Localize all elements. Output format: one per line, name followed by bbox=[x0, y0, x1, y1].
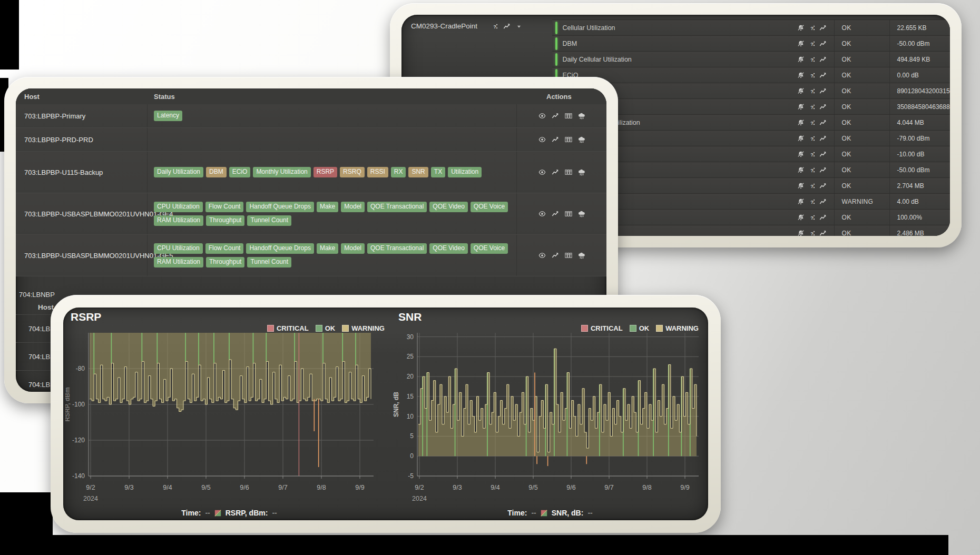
trend-icon[interactable] bbox=[819, 72, 827, 79]
cloud-icon[interactable] bbox=[578, 112, 585, 120]
trend-icon[interactable] bbox=[819, 166, 827, 174]
problem-tag[interactable]: RAM Utilization bbox=[154, 215, 203, 226]
trend-icon[interactable] bbox=[503, 23, 511, 30]
trend-icon[interactable] bbox=[819, 198, 827, 205]
unknown-icon[interactable]: ? bbox=[808, 56, 816, 63]
problem-tag[interactable]: QOE Video bbox=[429, 202, 467, 212]
problem-tag[interactable]: RAM Utilization bbox=[154, 257, 203, 267]
trend-icon[interactable] bbox=[819, 214, 827, 221]
unknown-icon[interactable]: ? bbox=[808, 135, 816, 142]
muted-bell-icon[interactable] bbox=[797, 56, 805, 63]
muted-bell-icon[interactable] bbox=[797, 166, 805, 174]
trend-icon[interactable] bbox=[819, 103, 827, 111]
trend-icon[interactable] bbox=[552, 210, 559, 217]
trend-icon[interactable] bbox=[552, 112, 559, 120]
trend-icon[interactable] bbox=[819, 87, 827, 95]
unknown-icon[interactable]: ? bbox=[808, 87, 816, 95]
eye-icon[interactable] bbox=[538, 210, 546, 217]
problem-tag[interactable]: ECiO bbox=[229, 167, 251, 177]
problem-tag[interactable]: QOE Transactional bbox=[367, 243, 427, 254]
trend-icon[interactable] bbox=[552, 136, 559, 143]
unknown-icon[interactable]: ? bbox=[808, 198, 816, 205]
problem-tag[interactable]: Model bbox=[341, 243, 365, 254]
problem-tag[interactable]: Flow Count bbox=[205, 243, 244, 254]
problem-tag[interactable]: Monthly Utilization bbox=[253, 167, 310, 177]
cloud-icon[interactable] bbox=[578, 210, 585, 217]
unknown-icon[interactable]: ? bbox=[808, 24, 816, 32]
muted-bell-icon[interactable] bbox=[797, 198, 805, 205]
problem-tag[interactable]: RSRP bbox=[313, 167, 337, 177]
rack-icon[interactable] bbox=[565, 210, 572, 217]
problem-tag[interactable]: Make bbox=[317, 202, 338, 212]
host-link[interactable]: 703:LBPBP-PRD-PRD bbox=[16, 128, 148, 151]
host-link[interactable]: 703:LBPBP-USBASPLBMMO0201UVHN01-GE4 bbox=[16, 193, 148, 234]
trend-icon[interactable] bbox=[819, 230, 827, 236]
trend-icon[interactable] bbox=[819, 24, 827, 32]
problem-tag[interactable]: Latency bbox=[154, 111, 182, 121]
item-name[interactable]: DBM bbox=[563, 40, 781, 47]
muted-bell-icon[interactable] bbox=[797, 87, 805, 95]
eye-icon[interactable] bbox=[538, 252, 546, 259]
problem-tag[interactable]: TX bbox=[431, 167, 445, 177]
host-link[interactable]: 703:LBPBP-USBASPLBMMO0201UVHN01-GE5 bbox=[16, 235, 148, 276]
problem-tag[interactable]: Tunnel Count bbox=[247, 215, 291, 226]
muted-bell-icon[interactable] bbox=[797, 72, 805, 79]
unknown-icon[interactable]: ? bbox=[808, 103, 816, 111]
unknown-icon[interactable]: ? bbox=[808, 182, 816, 190]
muted-bell-icon[interactable] bbox=[797, 182, 805, 190]
muted-bell-icon[interactable] bbox=[797, 214, 805, 221]
problem-tag[interactable]: Flow Count bbox=[205, 202, 244, 212]
muted-bell-icon[interactable] bbox=[797, 40, 805, 47]
problem-tag[interactable]: CPU Utilization bbox=[154, 202, 203, 212]
eye-icon[interactable] bbox=[538, 136, 546, 143]
trend-icon[interactable] bbox=[819, 119, 827, 126]
rack-icon[interactable] bbox=[565, 112, 572, 120]
unknown-icon[interactable]: ? bbox=[808, 72, 816, 79]
cloud-icon[interactable] bbox=[578, 252, 585, 259]
trend-icon[interactable] bbox=[819, 182, 827, 190]
problem-tag[interactable]: Daily Utilization bbox=[154, 167, 203, 177]
item-name[interactable]: Daily Cellular Utilization bbox=[563, 56, 781, 63]
problem-tag[interactable]: RSRQ bbox=[340, 167, 365, 177]
host-link[interactable]: 703:LBPBP-U115-Backup bbox=[16, 152, 148, 193]
muted-bell-icon[interactable] bbox=[797, 103, 805, 111]
problem-tag[interactable]: Model bbox=[341, 202, 365, 212]
problem-tag[interactable]: CPU Utilization bbox=[154, 243, 203, 254]
problem-tag[interactable]: QOE Voice bbox=[471, 243, 508, 254]
problem-tag[interactable]: RSSI bbox=[367, 167, 388, 177]
problem-tag[interactable]: Handoff Queue Drops bbox=[246, 243, 314, 254]
caret-down-icon[interactable] bbox=[515, 23, 523, 30]
rsrp-graph-canvas[interactable]: -80-100-120-1409/29/39/49/59/69/79/89/92… bbox=[65, 309, 393, 504]
muted-bell-icon[interactable] bbox=[797, 230, 805, 236]
eye-icon[interactable] bbox=[538, 112, 546, 120]
item-name[interactable]: Cellular Utilization bbox=[563, 24, 781, 32]
muted-bell-icon[interactable] bbox=[797, 135, 805, 142]
muted-bell-icon[interactable] bbox=[797, 119, 805, 126]
problem-tag[interactable]: DBM bbox=[206, 167, 227, 177]
rack-icon[interactable] bbox=[565, 252, 572, 259]
eye-icon[interactable] bbox=[538, 169, 546, 176]
cloud-icon[interactable] bbox=[578, 136, 585, 143]
unknown-icon[interactable]: ? bbox=[808, 166, 816, 174]
host-link[interactable]: 703:LBPBP-Primary bbox=[16, 104, 148, 127]
rack-icon[interactable] bbox=[565, 136, 572, 143]
problem-tag[interactable]: QOE Voice bbox=[471, 202, 508, 212]
trend-icon[interactable] bbox=[552, 252, 559, 259]
problem-tag[interactable]: QOE Transactional bbox=[367, 202, 427, 212]
trend-icon[interactable] bbox=[819, 135, 827, 142]
cloud-icon[interactable] bbox=[578, 169, 585, 176]
trend-icon[interactable] bbox=[819, 56, 827, 63]
problem-tag[interactable]: QOE Video bbox=[429, 243, 467, 254]
unknown-icon[interactable]: ? bbox=[808, 230, 816, 236]
unknown-icon[interactable]: ? bbox=[808, 214, 816, 221]
unknown-icon[interactable]: ? bbox=[491, 23, 498, 30]
problem-tag[interactable]: Tunnel Count bbox=[247, 257, 291, 267]
muted-bell-icon[interactable] bbox=[797, 151, 805, 158]
problem-tag[interactable]: RX bbox=[391, 167, 406, 177]
problem-tag[interactable]: Make bbox=[317, 243, 338, 254]
trend-icon[interactable] bbox=[552, 169, 559, 176]
problem-tag[interactable]: Utilization bbox=[448, 167, 482, 177]
unknown-icon[interactable]: ? bbox=[808, 151, 816, 158]
snr-graph-canvas[interactable]: 302520151050-59/29/39/49/59/69/79/89/920… bbox=[393, 309, 707, 504]
problem-tag[interactable]: Handoff Queue Drops bbox=[246, 202, 314, 212]
